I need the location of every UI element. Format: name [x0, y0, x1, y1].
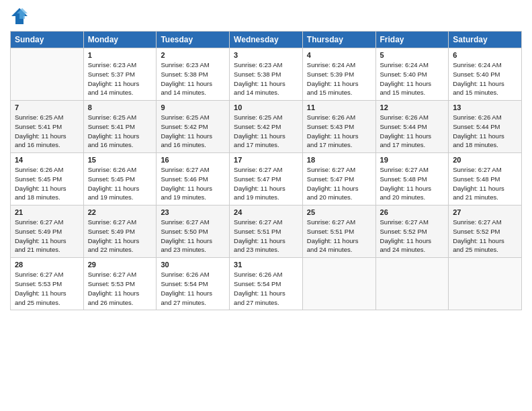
calendar-cell: 24Sunrise: 6:27 AMSunset: 5:51 PMDayligh… [230, 205, 303, 258]
day-number: 5 [380, 51, 445, 59]
day-number: 22 [88, 208, 152, 216]
day-number: 23 [161, 208, 225, 216]
day-info: Sunrise: 6:26 AMSunset: 5:45 PMDaylight:… [15, 165, 79, 202]
col-header-wednesday: Wednesday [230, 32, 303, 48]
day-info: Sunrise: 6:27 AMSunset: 5:51 PMDaylight:… [234, 218, 298, 255]
calendar-cell: 9Sunrise: 6:25 AMSunset: 5:42 PMDaylight… [157, 101, 230, 153]
day-number: 18 [307, 156, 371, 164]
day-number: 11 [307, 103, 371, 111]
calendar-week-row: 21Sunrise: 6:27 AMSunset: 5:49 PMDayligh… [11, 205, 522, 258]
calendar-cell [375, 258, 449, 310]
calendar-cell: 31Sunrise: 6:26 AMSunset: 5:54 PMDayligh… [230, 258, 303, 310]
calendar-cell: 22Sunrise: 6:27 AMSunset: 5:49 PMDayligh… [83, 205, 157, 258]
calendar-cell: 14Sunrise: 6:26 AMSunset: 5:45 PMDayligh… [11, 153, 84, 205]
day-number: 30 [161, 261, 225, 269]
day-info: Sunrise: 6:24 AMSunset: 5:40 PMDaylight:… [380, 60, 445, 97]
day-info: Sunrise: 6:27 AMSunset: 5:51 PMDaylight:… [307, 218, 371, 255]
day-number: 26 [380, 208, 445, 216]
col-header-friday: Friday [375, 32, 449, 48]
calendar-cell: 16Sunrise: 6:27 AMSunset: 5:46 PMDayligh… [157, 153, 230, 205]
day-info: Sunrise: 6:27 AMSunset: 5:49 PMDaylight:… [88, 218, 152, 255]
day-number: 21 [15, 208, 79, 216]
day-number: 9 [161, 103, 225, 111]
calendar-table: SundayMondayTuesdayWednesdayThursdayFrid… [10, 31, 522, 310]
col-header-tuesday: Tuesday [157, 32, 230, 48]
calendar-header-row: SundayMondayTuesdayWednesdayThursdayFrid… [11, 32, 522, 48]
calendar-cell: 6Sunrise: 6:24 AMSunset: 5:40 PMDaylight… [449, 48, 522, 101]
calendar-week-row: 7Sunrise: 6:25 AMSunset: 5:41 PMDaylight… [11, 101, 522, 153]
day-info: Sunrise: 6:23 AMSunset: 5:38 PMDaylight:… [234, 60, 298, 97]
calendar-cell: 21Sunrise: 6:27 AMSunset: 5:49 PMDayligh… [11, 205, 84, 258]
calendar-week-row: 28Sunrise: 6:27 AMSunset: 5:53 PMDayligh… [11, 258, 522, 310]
day-number: 17 [234, 156, 298, 164]
day-info: Sunrise: 6:27 AMSunset: 5:53 PMDaylight:… [15, 270, 79, 307]
day-number: 12 [380, 103, 445, 111]
day-info: Sunrise: 6:23 AMSunset: 5:37 PMDaylight:… [88, 60, 152, 97]
day-info: Sunrise: 6:27 AMSunset: 5:47 PMDaylight:… [234, 165, 298, 202]
col-header-saturday: Saturday [449, 32, 522, 48]
calendar-cell: 4Sunrise: 6:24 AMSunset: 5:39 PMDaylight… [302, 48, 375, 101]
calendar-cell: 5Sunrise: 6:24 AMSunset: 5:40 PMDaylight… [375, 48, 449, 101]
day-number: 14 [15, 156, 79, 164]
day-number: 28 [15, 261, 79, 269]
col-header-thursday: Thursday [302, 32, 375, 48]
calendar-cell: 2Sunrise: 6:23 AMSunset: 5:38 PMDaylight… [157, 48, 230, 101]
day-info: Sunrise: 6:26 AMSunset: 5:45 PMDaylight:… [88, 165, 152, 202]
calendar-cell: 26Sunrise: 6:27 AMSunset: 5:52 PMDayligh… [375, 205, 449, 258]
calendar-cell: 28Sunrise: 6:27 AMSunset: 5:53 PMDayligh… [11, 258, 84, 310]
day-info: Sunrise: 6:27 AMSunset: 5:49 PMDaylight:… [15, 218, 79, 255]
page: SundayMondayTuesdayWednesdayThursdayFrid… [0, 0, 532, 411]
day-number: 13 [453, 103, 517, 111]
calendar-cell: 29Sunrise: 6:27 AMSunset: 5:53 PMDayligh… [83, 258, 157, 310]
calendar-cell: 10Sunrise: 6:25 AMSunset: 5:42 PMDayligh… [230, 101, 303, 153]
calendar-cell: 20Sunrise: 6:27 AMSunset: 5:48 PMDayligh… [449, 153, 522, 205]
day-info: Sunrise: 6:26 AMSunset: 5:54 PMDaylight:… [234, 270, 298, 307]
day-number: 7 [15, 103, 79, 111]
day-number: 2 [161, 51, 225, 59]
calendar-cell: 7Sunrise: 6:25 AMSunset: 5:41 PMDaylight… [11, 101, 84, 153]
day-info: Sunrise: 6:27 AMSunset: 5:48 PMDaylight:… [453, 165, 517, 202]
calendar-cell: 30Sunrise: 6:26 AMSunset: 5:54 PMDayligh… [157, 258, 230, 310]
logo-icon [10, 7, 29, 26]
day-number: 15 [88, 156, 152, 164]
day-info: Sunrise: 6:27 AMSunset: 5:48 PMDaylight:… [380, 165, 445, 202]
day-info: Sunrise: 6:26 AMSunset: 5:44 PMDaylight:… [380, 113, 445, 150]
calendar-cell: 8Sunrise: 6:25 AMSunset: 5:41 PMDaylight… [83, 101, 157, 153]
day-info: Sunrise: 6:27 AMSunset: 5:53 PMDaylight:… [88, 270, 152, 307]
day-info: Sunrise: 6:27 AMSunset: 5:52 PMDaylight:… [380, 218, 445, 255]
day-info: Sunrise: 6:25 AMSunset: 5:41 PMDaylight:… [88, 113, 152, 150]
calendar-week-row: 1Sunrise: 6:23 AMSunset: 5:37 PMDaylight… [11, 48, 522, 101]
calendar-cell: 27Sunrise: 6:27 AMSunset: 5:52 PMDayligh… [449, 205, 522, 258]
calendar-cell: 25Sunrise: 6:27 AMSunset: 5:51 PMDayligh… [302, 205, 375, 258]
day-info: Sunrise: 6:27 AMSunset: 5:46 PMDaylight:… [161, 165, 225, 202]
day-info: Sunrise: 6:26 AMSunset: 5:44 PMDaylight:… [453, 113, 517, 150]
day-number: 4 [307, 51, 371, 59]
calendar-cell [449, 258, 522, 310]
col-header-sunday: Sunday [11, 32, 84, 48]
calendar-cell: 17Sunrise: 6:27 AMSunset: 5:47 PMDayligh… [230, 153, 303, 205]
calendar-cell: 1Sunrise: 6:23 AMSunset: 5:37 PMDaylight… [83, 48, 157, 101]
day-info: Sunrise: 6:25 AMSunset: 5:42 PMDaylight:… [234, 113, 298, 150]
day-info: Sunrise: 6:24 AMSunset: 5:39 PMDaylight:… [307, 60, 371, 97]
calendar-cell: 13Sunrise: 6:26 AMSunset: 5:44 PMDayligh… [449, 101, 522, 153]
calendar-cell: 19Sunrise: 6:27 AMSunset: 5:48 PMDayligh… [375, 153, 449, 205]
logo [10, 7, 32, 26]
calendar-cell: 12Sunrise: 6:26 AMSunset: 5:44 PMDayligh… [375, 101, 449, 153]
calendar-cell [302, 258, 375, 310]
day-number: 31 [234, 261, 298, 269]
calendar-week-row: 14Sunrise: 6:26 AMSunset: 5:45 PMDayligh… [11, 153, 522, 205]
header [10, 7, 522, 26]
col-header-monday: Monday [83, 32, 157, 48]
day-number: 25 [307, 208, 371, 216]
day-info: Sunrise: 6:27 AMSunset: 5:50 PMDaylight:… [161, 218, 225, 255]
calendar-cell: 18Sunrise: 6:27 AMSunset: 5:47 PMDayligh… [302, 153, 375, 205]
day-number: 29 [88, 261, 152, 269]
day-number: 10 [234, 103, 298, 111]
day-number: 3 [234, 51, 298, 59]
calendar-cell: 15Sunrise: 6:26 AMSunset: 5:45 PMDayligh… [83, 153, 157, 205]
day-number: 6 [453, 51, 517, 59]
day-info: Sunrise: 6:27 AMSunset: 5:52 PMDaylight:… [453, 218, 517, 255]
calendar-cell: 23Sunrise: 6:27 AMSunset: 5:50 PMDayligh… [157, 205, 230, 258]
day-info: Sunrise: 6:26 AMSunset: 5:43 PMDaylight:… [307, 113, 371, 150]
day-info: Sunrise: 6:25 AMSunset: 5:41 PMDaylight:… [15, 113, 79, 150]
